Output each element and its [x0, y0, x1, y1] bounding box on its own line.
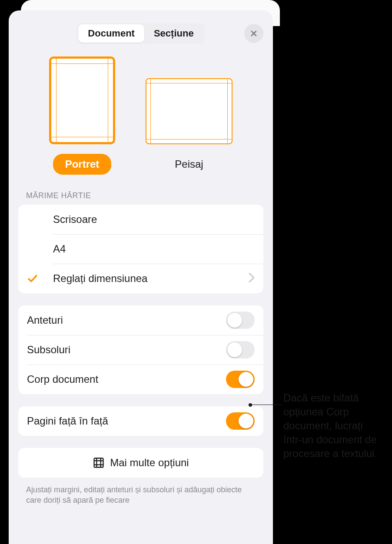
footers-toggle[interactable]: [226, 341, 255, 358]
document-body-label: Corp document: [27, 373, 226, 385]
paper-size-custom[interactable]: Reglați dimensiunea: [18, 264, 263, 293]
facing-pages-list: Pagini față în față: [18, 406, 263, 436]
tab-document[interactable]: Document: [78, 24, 144, 43]
more-options-label: Mai multe opțiuni: [110, 457, 189, 469]
tab-section[interactable]: Secțiune: [144, 24, 203, 43]
paper-size-heading: Mărime hârtie: [26, 191, 263, 200]
checkmark-icon: [27, 273, 53, 284]
panel-header: Document Secțiune: [18, 23, 263, 44]
landscape-thumbnail: [146, 78, 233, 144]
portrait-label: Portret: [53, 154, 112, 175]
more-options-button[interactable]: Mai multe opțiuni: [18, 448, 263, 478]
facing-pages-label: Pagini față în față: [27, 415, 226, 427]
document-options-panel: Document Secțiune Portret Peisaj Mărime …: [9, 10, 273, 544]
orientation-portrait[interactable]: Portret: [49, 56, 115, 175]
ruler-icon: [93, 457, 105, 469]
callout-leader-line: [250, 405, 282, 405]
paper-size-letter[interactable]: Scrisoare: [18, 205, 263, 234]
paper-size-a4[interactable]: A4: [18, 234, 263, 264]
facing-pages-toggle[interactable]: [226, 412, 255, 430]
footer-help-text: Ajustați margini, editați anteturi și su…: [26, 484, 256, 506]
headers-label: Anteturi: [27, 314, 226, 326]
portrait-thumbnail: [49, 56, 115, 144]
paper-size-a4-label: A4: [53, 243, 255, 255]
footers-label: Subsoluri: [27, 344, 226, 356]
document-structure-list: Anteturi Subsoluri Corp document: [18, 305, 263, 394]
orientation-selector: Portret Peisaj: [18, 56, 263, 175]
landscape-label: Peisaj: [163, 154, 215, 175]
orientation-landscape[interactable]: Peisaj: [146, 56, 233, 175]
callout-text: Dacă este bifată opțiunea Corp document,…: [283, 391, 384, 461]
chevron-right-icon: [249, 273, 255, 284]
document-body-row: Corp document: [18, 365, 263, 394]
tab-segmented-control: Document Secțiune: [77, 23, 204, 44]
close-button[interactable]: [244, 24, 263, 43]
headers-toggle[interactable]: [226, 312, 255, 329]
paper-size-letter-label: Scrisoare: [53, 213, 255, 226]
svg-rect-2: [94, 458, 103, 468]
footers-row: Subsoluri: [18, 335, 263, 365]
facing-pages-row: Pagini față în față: [18, 406, 263, 436]
paper-size-list: Scrisoare A4 Reglați dimensiunea: [18, 205, 263, 293]
more-options-card: Mai multe opțiuni: [18, 448, 263, 478]
document-body-toggle[interactable]: [226, 371, 255, 388]
close-icon: [249, 29, 258, 38]
headers-row: Anteturi: [18, 305, 263, 335]
paper-size-custom-label: Reglați dimensiunea: [53, 272, 249, 285]
